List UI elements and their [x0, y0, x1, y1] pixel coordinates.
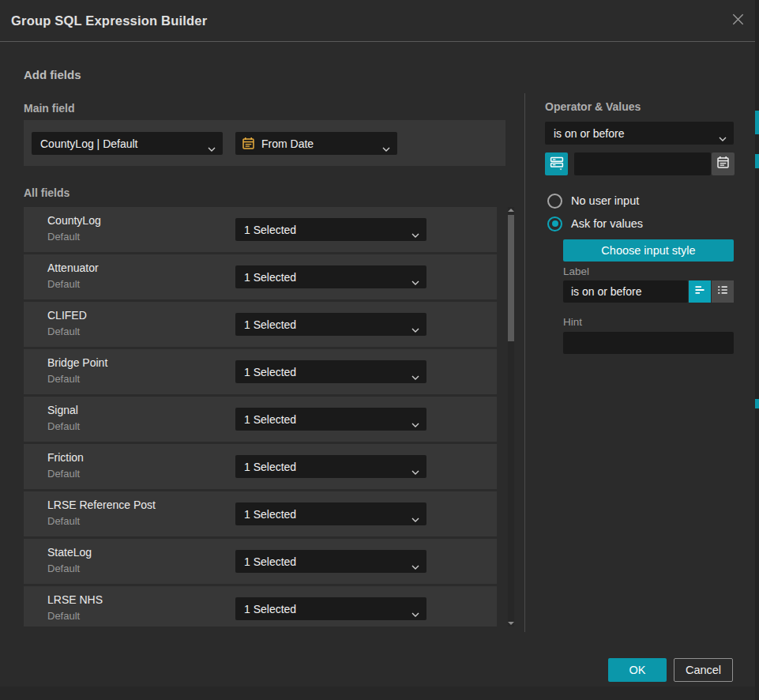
chevron-down-icon — [411, 465, 419, 477]
chevron-down-icon — [411, 607, 419, 619]
hint-input[interactable] — [563, 332, 734, 354]
field-name: Attenuator — [47, 262, 99, 274]
field-selected-value: 1 Selected — [244, 318, 296, 331]
field-selected-dropdown[interactable]: 1 Selected — [235, 265, 426, 288]
field-subtitle: Default — [47, 278, 80, 290]
dialog-title: Group SQL Expression Builder — [11, 0, 207, 41]
operator-values-heading: Operator & Values — [545, 100, 641, 113]
field-row: LRSE NHS Default 1 Selected — [24, 586, 497, 627]
field-name: Friction — [47, 451, 84, 464]
all-fields-list: CountyLog Default 1 Selected Attenuator … — [24, 207, 497, 627]
main-date-field-select[interactable]: From Date — [235, 132, 397, 155]
value-type-button[interactable] — [545, 152, 568, 175]
scrollbar-thumb[interactable] — [508, 215, 514, 341]
radio-icon — [547, 216, 562, 231]
background-app-sliver — [755, 0, 759, 700]
field-selected-dropdown[interactable]: 1 Selected — [235, 502, 426, 525]
radio-ask-for-values-label: Ask for values — [571, 217, 643, 230]
chevron-down-icon — [411, 228, 419, 240]
field-row: StateLog Default 1 Selected — [24, 539, 497, 584]
radio-icon — [547, 194, 562, 209]
align-left-icon — [693, 283, 707, 300]
main-layer-select-value: CountyLog | Default — [40, 137, 138, 150]
hint-caption: Hint — [563, 316, 582, 328]
group-sql-expression-builder-dialog: Group SQL Expression Builder Add fields … — [0, 0, 759, 700]
field-selected-dropdown[interactable]: 1 Selected — [235, 408, 426, 431]
background-accent-fragment — [755, 399, 759, 408]
dialog-bottom-edge — [0, 687, 755, 700]
field-row: Attenuator Default 1 Selected — [24, 254, 497, 299]
chevron-down-icon — [382, 141, 390, 154]
chevron-down-icon — [411, 559, 419, 572]
field-selected-value: 1 Selected — [244, 603, 296, 615]
scrollbar-down-arrow[interactable] — [508, 622, 514, 625]
main-date-field-value: From Date — [261, 137, 314, 150]
close-button[interactable] — [727, 10, 748, 31]
field-row: Friction Default 1 Selected — [24, 444, 497, 489]
field-subtitle: Default — [47, 515, 80, 527]
input-style-text-toggle[interactable] — [689, 280, 711, 303]
field-selected-value: 1 Selected — [244, 508, 296, 521]
bullet-list-icon — [716, 283, 730, 300]
chevron-down-icon — [411, 275, 419, 288]
scrollbar-up-arrow[interactable] — [508, 209, 514, 212]
field-name: Bridge Point — [47, 356, 107, 369]
radio-no-user-input[interactable]: No user input — [547, 194, 639, 208]
field-selected-dropdown[interactable]: 1 Selected — [235, 455, 426, 478]
field-row: CLIFED Default 1 Selected — [24, 302, 497, 347]
list-scrollbar[interactable] — [508, 207, 514, 627]
operator-select[interactable]: is on or before — [545, 122, 734, 145]
field-selected-value: 1 Selected — [244, 366, 296, 378]
main-field-heading: Main field — [24, 102, 75, 115]
date-picker-button[interactable] — [712, 152, 735, 175]
field-subtitle: Default — [47, 373, 80, 385]
field-subtitle: Default — [47, 326, 80, 337]
field-selected-value: 1 Selected — [244, 555, 296, 568]
field-selected-value: 1 Selected — [244, 461, 296, 473]
add-fields-heading: Add fields — [24, 68, 81, 81]
chevron-down-icon — [411, 322, 419, 335]
main-layer-select[interactable]: CountyLog | Default — [32, 132, 223, 155]
radio-ask-for-values[interactable]: Ask for values — [547, 216, 643, 231]
field-selected-dropdown[interactable]: 1 Selected — [235, 550, 426, 573]
chevron-down-icon — [208, 141, 216, 154]
choose-input-style-button[interactable]: Choose input style — [563, 239, 734, 262]
field-row: CountyLog Default 1 Selected — [24, 207, 497, 252]
cancel-button[interactable]: Cancel — [674, 658, 733, 682]
field-selected-dropdown[interactable]: 1 Selected — [235, 597, 426, 620]
all-fields-heading: All fields — [24, 186, 70, 199]
field-subtitle: Default — [47, 468, 80, 480]
field-name: CLIFED — [47, 309, 87, 322]
field-selected-value: 1 Selected — [244, 413, 296, 426]
field-subtitle: Default — [47, 563, 80, 574]
chevron-down-icon — [411, 370, 419, 382]
field-selected-dropdown[interactable]: 1 Selected — [235, 313, 426, 336]
field-subtitle: Default — [47, 610, 80, 622]
value-input[interactable] — [574, 152, 711, 175]
value-type-icon — [549, 155, 565, 174]
calendar-icon — [242, 137, 255, 152]
field-row: Bridge Point Default 1 Selected — [24, 349, 497, 394]
field-name: Signal — [47, 404, 78, 416]
field-name: LRSE Reference Post — [47, 499, 156, 511]
radio-no-user-input-label: No user input — [571, 194, 639, 207]
background-accent-fragment — [755, 154, 759, 168]
label-caption: Label — [563, 265, 589, 277]
label-input[interactable] — [563, 280, 688, 303]
field-name: StateLog — [47, 546, 92, 559]
field-subtitle: Default — [47, 231, 80, 243]
field-selected-dropdown[interactable]: 1 Selected — [235, 360, 426, 383]
panel-separator — [524, 93, 525, 632]
ok-button[interactable]: OK — [608, 658, 667, 682]
field-row: Signal Default 1 Selected — [24, 397, 497, 442]
main-field-bar: CountyLog | Default From Date — [24, 120, 505, 166]
field-subtitle: Default — [47, 420, 80, 432]
field-selected-dropdown[interactable]: 1 Selected — [235, 218, 426, 241]
background-accent-fragment — [755, 111, 759, 134]
input-style-list-toggle[interactable] — [712, 280, 734, 303]
field-row: LRSE Reference Post Default 1 Selected — [24, 491, 497, 536]
field-name: LRSE NHS — [47, 593, 103, 606]
chevron-down-icon — [719, 131, 727, 144]
chevron-down-icon — [411, 417, 419, 430]
chevron-down-icon — [411, 512, 419, 525]
